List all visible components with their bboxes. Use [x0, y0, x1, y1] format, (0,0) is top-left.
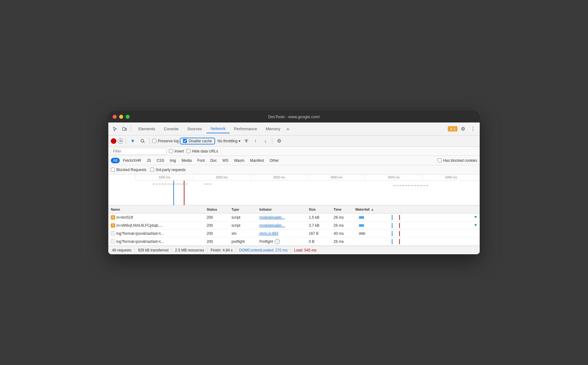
settings-button[interactable]: ⚙ [459, 125, 467, 133]
row-2-type: script [229, 223, 257, 228]
row-3-name-cell: □ log?format=json&hasfast=t... [108, 231, 204, 236]
waterfall-bar-1 [355, 215, 477, 220]
device-toolbar-button[interactable] [120, 125, 129, 133]
maximize-button[interactable] [126, 115, 130, 119]
tab-network[interactable]: Network [206, 124, 230, 133]
has-blocked-cookies-label[interactable]: Has blocked cookies [438, 158, 477, 163]
preserve-log-checkbox[interactable] [152, 139, 156, 143]
header-waterfall[interactable]: Waterfall ▲ [353, 208, 480, 211]
row-3-initiator: xhrio.js:683 [257, 231, 306, 236]
search-button[interactable] [138, 137, 147, 145]
preserve-log-label[interactable]: Preserve log [152, 139, 179, 143]
invert-checkbox[interactable] [169, 149, 173, 153]
import-har-button[interactable]: ↑ [251, 137, 260, 145]
header-name[interactable]: Name [108, 208, 204, 211]
hide-data-urls-checkbox[interactable] [186, 149, 190, 153]
record-button[interactable] [111, 138, 116, 144]
waterfall-timeline: 1000 ms 2000 ms 3000 ms 4000 ms 5000 ms … [108, 174, 480, 205]
header-type[interactable]: Type [229, 208, 257, 211]
notification-badge[interactable]: ⚠ 1 [448, 126, 457, 131]
type-filter-doc[interactable]: Doc [208, 158, 219, 163]
header-initiator[interactable]: Initiator [257, 208, 306, 211]
wf-vline-blue-2 [392, 223, 392, 228]
more-menu-button[interactable]: ⋮ [469, 125, 477, 133]
sort-arrow-icon: ▲ [371, 208, 374, 211]
row-4-waterfall [353, 239, 480, 244]
type-filter-fetch-xhr[interactable]: Fetch/XHR [120, 158, 144, 163]
blocked-requests-checkbox[interactable] [111, 168, 115, 172]
wf-vline-red-3 [399, 231, 400, 236]
blocked-requests-label[interactable]: Blocked Requests [111, 168, 146, 172]
xhr-icon: □ [111, 231, 115, 236]
table-row[interactable]: S m=Wt6vjf,hhhU8,FCpbqb,... 200 script m… [108, 221, 480, 230]
svg-point-4 [246, 141, 247, 142]
type-filter-css[interactable]: CSS [154, 158, 167, 163]
type-filter-js[interactable]: JS [144, 158, 153, 163]
row-3-status: 200 [204, 231, 229, 236]
close-button[interactable] [113, 115, 117, 119]
header-size[interactable]: Size [306, 208, 331, 211]
type-filter-all[interactable]: All [111, 158, 120, 163]
svg-rect-1 [125, 128, 127, 130]
invert-label[interactable]: Invert [169, 149, 184, 153]
row-4-initiator: Preflight ↑ [257, 239, 306, 244]
type-filter-ws[interactable]: WS [220, 158, 231, 163]
tab-console[interactable]: Console [159, 125, 183, 133]
row-4-name-cell: □ log?format=json&hasfast=t... [108, 239, 204, 244]
tab-more-button[interactable]: » [285, 125, 291, 133]
type-filter-font[interactable]: Font [195, 158, 207, 163]
has-blocked-cookies-checkbox[interactable] [438, 158, 442, 162]
wf-vline-red-4 [399, 239, 400, 244]
wf-vline-red-1 [399, 215, 400, 220]
type-filter-wasm[interactable]: Wasm [231, 158, 247, 163]
header-time[interactable]: Time [331, 208, 353, 211]
ruler-mark-2: 2000 ms [193, 174, 250, 180]
devtools-window: DevTools - www.google.com/ Elements Cons… [108, 111, 480, 254]
status-transferred: 929 kB transferred [135, 248, 172, 252]
throttle-select[interactable]: No throttling ▾ [216, 138, 242, 144]
tab-memory[interactable]: Memory [262, 125, 285, 133]
wf-vline-blue-1 [392, 215, 392, 220]
dom-content-loaded-line [173, 181, 174, 205]
header-status[interactable]: Status [204, 208, 229, 211]
clear-button[interactable]: ⊘ [118, 138, 123, 144]
filter-input[interactable] [111, 148, 166, 155]
tab-bar: Elements Console Sources Network Perform… [133, 124, 447, 133]
minimize-button[interactable] [119, 115, 123, 119]
waterfall-bar-4 [355, 239, 477, 244]
inspect-element-button[interactable] [111, 125, 119, 133]
cursor-icon [113, 127, 118, 131]
disable-cache-label[interactable]: Disable cache [183, 139, 212, 143]
type-filter-media[interactable]: Media [179, 158, 194, 163]
svg-rect-0 [123, 127, 125, 131]
timeline-area [136, 181, 480, 205]
main-toolbar: Elements Console Sources Network Perform… [108, 122, 480, 135]
row-2-initiator: moduleloader... [257, 223, 306, 228]
third-party-requests-checkbox[interactable] [150, 168, 154, 172]
table-row[interactable]: □ log?format=json&hasfast=t... 200 xhr x… [108, 230, 480, 238]
type-filter-img[interactable]: Img [167, 158, 179, 163]
row-1-initiator: moduleloader... [257, 215, 306, 220]
export-har-button[interactable]: ↓ [261, 137, 270, 145]
row-1-status: 200 [204, 215, 229, 220]
notification-icon: ⚠ [450, 127, 453, 131]
row-4-time: 26 ms [331, 239, 353, 244]
third-party-requests-label[interactable]: 3rd-party requests [150, 168, 186, 172]
row-1-waterfall [353, 215, 480, 220]
type-filter-other[interactable]: Other [267, 158, 281, 163]
tab-elements[interactable]: Elements [134, 125, 159, 133]
timeline-dashes-3 [394, 185, 428, 186]
hide-data-urls-label[interactable]: Hide data URLs [186, 149, 218, 153]
table-row[interactable]: □ log?format=json&hasfast=t... 200 prefl… [108, 238, 480, 246]
disable-cache-checkbox[interactable] [183, 139, 187, 143]
row-1-name-cell: S m=bm51tf [108, 215, 204, 220]
type-filter-manifest[interactable]: Manifest [248, 158, 266, 163]
xhr-icon: □ [111, 239, 115, 244]
status-bar: 46 requests 929 kB transferred 2.5 MB re… [108, 246, 480, 254]
tab-sources[interactable]: Sources [183, 125, 206, 133]
table-row[interactable]: S m=bm51tf 200 script moduleloader... 1.… [108, 213, 480, 221]
wf-vline-blue-3 [392, 231, 392, 236]
network-settings-button[interactable]: ⚙ [275, 137, 283, 145]
tab-performance[interactable]: Performance [230, 125, 261, 133]
filter-button[interactable]: ▼ [128, 137, 137, 145]
